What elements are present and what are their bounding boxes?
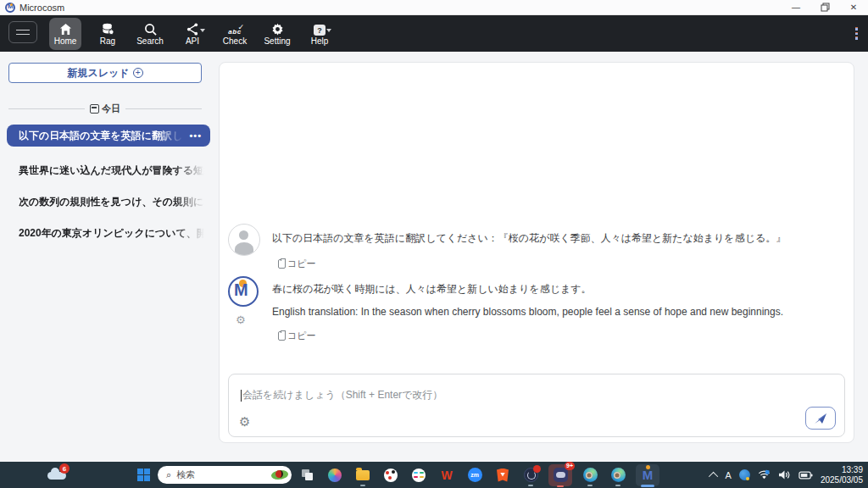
tab-help-label: Help [311, 36, 329, 46]
text-cursor [241, 390, 242, 402]
window-title: Microcosm [19, 3, 64, 13]
home-icon [59, 21, 72, 36]
gear-icon [271, 21, 284, 36]
title-bar: Microcosm — ✕ [0, 0, 868, 15]
minimize-button[interactable]: — [782, 0, 810, 15]
paper-plane-icon [814, 413, 827, 424]
discord-button[interactable]: 9+ [548, 464, 572, 486]
chevron-down-icon [200, 29, 205, 32]
slack-button[interactable] [409, 464, 429, 485]
more-options-button[interactable] [855, 27, 859, 40]
thread-item-selected[interactable]: 以下の日本語の文章を英語に翻訳してく ••• [7, 125, 210, 147]
chevron-down-icon [326, 29, 331, 32]
restore-button[interactable] [810, 0, 839, 15]
copy-button[interactable]: コピー [278, 330, 316, 342]
calendar-icon [90, 104, 99, 114]
battery-icon[interactable] [798, 470, 813, 480]
notified-app-button[interactable] [520, 464, 541, 485]
copy-label: コピー [287, 330, 316, 342]
help-icon: ? [314, 21, 326, 36]
wifi-icon[interactable] [758, 469, 771, 480]
wps-button[interactable]: W [437, 464, 457, 485]
thread-item[interactable]: 2020年の東京オリンピックについて、開催 [7, 222, 210, 244]
hamburger-icon [16, 30, 30, 35]
main-toolbar: Home Rag Search API abc Check [0, 15, 868, 52]
message-settings-icon[interactable]: ⚙ [236, 313, 246, 326]
tab-setting-label: Setting [264, 36, 290, 46]
divider [8, 108, 85, 109]
today-section-header: 今日 [8, 103, 202, 115]
task-view-icon [302, 469, 313, 480]
wps-icon: W [441, 469, 452, 482]
tab-check-label: Check [223, 36, 247, 46]
tray-expand-chevron-icon[interactable] [709, 471, 718, 480]
thread-menu-button[interactable]: ••• [189, 130, 210, 141]
notification-badge: 6 [59, 463, 70, 474]
copilot-button[interactable] [325, 464, 345, 485]
thread-title: 以下の日本語の文章を英語に翻訳してく [7, 129, 189, 143]
close-button[interactable]: ✕ [839, 0, 868, 15]
user-avatar [228, 224, 260, 256]
divider [125, 108, 202, 109]
share-icon [186, 21, 199, 36]
menu-toggle-button[interactable] [8, 21, 37, 43]
clipboard-icon [278, 331, 286, 341]
thread-item[interactable]: 次の数列の規則性を見つけ、その規則に基 [7, 191, 210, 213]
zoom-icon: zm [468, 468, 482, 482]
task-view-button[interactable] [297, 464, 317, 485]
message-composer[interactable]: 会話を続けましょう（Shift + Enterで改行） ⚙ [228, 374, 845, 437]
brave-button[interactable] [492, 464, 513, 485]
app-logo-icon [5, 3, 15, 13]
edge-profile2-button[interactable] [608, 464, 628, 485]
tab-check[interactable]: abc Check [219, 18, 251, 50]
weather-widget[interactable]: 6 [44, 467, 78, 484]
new-thread-button[interactable]: 新規スレッド + [8, 63, 202, 83]
tab-api-label: API [186, 36, 199, 46]
composer-settings-icon[interactable]: ⚙ [239, 414, 250, 430]
plus-icon: + [133, 68, 143, 78]
zoom-button[interactable]: zm [465, 464, 485, 485]
app-icon [524, 468, 538, 482]
speaker-icon[interactable] [778, 469, 791, 480]
copilot-icon [328, 469, 342, 482]
windows-taskbar: 6 ⌕ 検索 W zm [0, 462, 868, 488]
tab-rag-label: Rag [100, 36, 115, 46]
copy-label: コピー [287, 258, 316, 270]
tab-help[interactable]: ? Help [303, 18, 336, 50]
app-button[interactable] [381, 464, 401, 485]
assistant-message-ja: 春に桜の花が咲く時期には、人々は希望と新しい始まりを感じます。 [272, 282, 832, 297]
database-icon [102, 21, 114, 36]
microcosm-taskbar-button[interactable]: M [636, 464, 659, 486]
tab-home[interactable]: Home [49, 18, 81, 50]
send-button[interactable] [805, 407, 836, 430]
tab-search-label: Search [136, 36, 164, 46]
thread-sidebar: 新規スレッド + 今日 以下の日本語の文章を英語に翻訳してく ••• 異世界に迷… [0, 52, 219, 462]
today-label: 今日 [102, 103, 120, 115]
taskbar-search[interactable]: ⌕ 検索 [158, 466, 292, 484]
tab-setting[interactable]: Setting [261, 18, 293, 50]
thread-title: 次の数列の規則性を見つけ、その規則に基 [7, 195, 210, 209]
tab-api[interactable]: API [176, 18, 209, 50]
tab-search[interactable]: Search [134, 18, 166, 50]
taskbar-icons: W zm 9+ M [297, 463, 659, 486]
ladybug-icon [270, 469, 288, 481]
copy-button[interactable]: コピー [278, 258, 316, 270]
ime-indicator[interactable]: A [726, 470, 732, 480]
search-placeholder: 検索 [176, 469, 264, 481]
thread-item[interactable]: 異世界に迷い込んだ現代人が冒険する短編 [7, 159, 210, 181]
search-icon [144, 21, 157, 36]
slack-icon [412, 469, 426, 482]
app-window: Microcosm — ✕ Home Rag Se [0, 0, 868, 488]
clock-date: 2025/03/05 [821, 475, 863, 485]
assistant-avatar: M [228, 276, 259, 307]
spellcheck-icon: abc [228, 21, 241, 36]
edge-icon [611, 468, 626, 482]
start-button[interactable] [137, 469, 150, 481]
taskbar-clock[interactable]: 13:39 2025/03/05 [821, 465, 863, 485]
tray-app-icon[interactable] [739, 469, 750, 480]
file-explorer-button[interactable] [353, 464, 373, 485]
notification-dot [533, 465, 541, 473]
tab-rag[interactable]: Rag [92, 18, 124, 50]
edge-profile1-button[interactable] [580, 464, 600, 485]
brave-icon [497, 469, 509, 482]
